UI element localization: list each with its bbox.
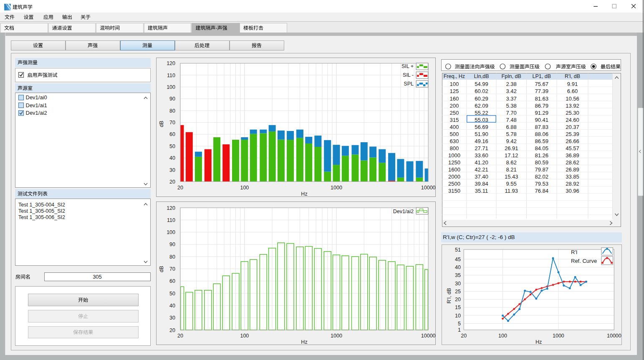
svg-text:100: 100 — [240, 333, 249, 339]
svg-text:28.62: 28.62 — [566, 159, 579, 166]
svg-text:2000: 2000 — [448, 174, 460, 180]
svg-text:LP1, dB: LP1, dB — [533, 73, 551, 79]
svg-text:60.29: 60.29 — [475, 96, 488, 102]
svg-text:70: 70 — [169, 266, 175, 272]
svg-text:88.06: 88.06 — [535, 131, 549, 137]
svg-text:LIn,dB: LIn,dB — [474, 73, 489, 79]
svg-text:25.30: 25.30 — [566, 110, 579, 116]
svg-text:91.29: 91.29 — [535, 110, 549, 116]
svg-text:Dev1/ai2: Dev1/ai2 — [26, 110, 47, 116]
svg-text:Dev1/ai0: Dev1/ai0 — [26, 94, 47, 101]
svg-text:Hz: Hz — [535, 339, 542, 345]
svg-text:75.67: 75.67 — [535, 81, 549, 87]
svg-text:20: 20 — [177, 185, 183, 191]
svg-text:Dev1/ai1: Dev1/ai1 — [26, 102, 47, 108]
svg-text:80.59: 80.59 — [535, 159, 549, 166]
svg-text:35: 35 — [455, 272, 461, 278]
svg-text:62.09: 62.09 — [475, 103, 488, 109]
svg-text:200: 200 — [450, 103, 459, 109]
svg-text:Dev1/ai2: Dev1/ai2 — [393, 209, 414, 214]
svg-text:79.53: 79.53 — [535, 181, 549, 187]
svg-text:51: 51 — [455, 247, 461, 253]
svg-text:11.93: 11.93 — [505, 188, 518, 194]
svg-text:35.11: 35.11 — [475, 188, 488, 194]
svg-text:FpIn, dB: FpIn, dB — [502, 73, 521, 79]
svg-text:20.37: 20.37 — [566, 124, 579, 130]
svg-text:1: 1 — [458, 327, 461, 333]
svg-text:87.83: 87.83 — [535, 124, 549, 130]
svg-text:100: 100 — [167, 229, 175, 235]
svg-text:Test 1_305-005_SI2: Test 1_305-005_SI2 — [18, 208, 65, 214]
svg-text:160: 160 — [450, 96, 459, 102]
svg-text:100: 100 — [167, 84, 175, 90]
svg-text:70: 70 — [169, 120, 175, 126]
svg-text:49.16: 49.16 — [475, 138, 488, 144]
svg-text:13.92: 13.92 — [566, 103, 579, 109]
svg-text:84.05: 84.05 — [535, 145, 549, 151]
svg-text:60: 60 — [169, 131, 175, 137]
svg-text:630: 630 — [450, 138, 459, 144]
svg-text:90: 90 — [169, 242, 175, 247]
svg-text:60: 60 — [169, 278, 175, 284]
svg-text:8.21: 8.21 — [506, 166, 517, 173]
svg-text:41.20: 41.20 — [475, 159, 488, 166]
svg-text:R'I, dB: R'I, dB — [446, 288, 452, 303]
svg-text:15.43: 15.43 — [505, 174, 518, 180]
svg-text:56.69: 56.69 — [475, 124, 488, 130]
svg-text:80: 80 — [169, 108, 175, 114]
svg-text:dB: dB — [159, 121, 164, 127]
svg-text:20: 20 — [455, 297, 461, 302]
svg-text:86.79: 86.79 — [535, 103, 549, 109]
svg-text:Freq., Hz: Freq., Hz — [444, 73, 465, 79]
svg-text:15: 15 — [455, 305, 461, 310]
svg-text:120: 120 — [167, 205, 175, 211]
svg-text:30: 30 — [169, 315, 175, 321]
svg-text:90: 90 — [169, 96, 175, 102]
svg-text:1250: 1250 — [448, 159, 460, 166]
svg-text:2.38: 2.38 — [506, 81, 517, 87]
svg-text:37.40: 37.40 — [475, 174, 488, 180]
svg-text:SIL +: SIL + — [402, 63, 414, 69]
svg-text:100: 100 — [450, 81, 459, 87]
svg-text:82.02: 82.02 — [535, 174, 549, 180]
svg-text:9.55: 9.55 — [506, 181, 517, 187]
svg-text:100: 100 — [498, 333, 507, 339]
svg-text:7.48: 7.48 — [506, 117, 517, 123]
svg-text:dB: dB — [159, 266, 164, 272]
svg-text:24.60: 24.60 — [566, 117, 579, 123]
svg-text:1000: 1000 — [448, 152, 460, 159]
svg-text:81.26: 81.26 — [535, 152, 549, 159]
svg-text:33.85: 33.85 — [566, 174, 579, 180]
svg-text:80: 80 — [169, 254, 175, 260]
svg-text:Ref. Curve: Ref. Curve — [571, 258, 597, 264]
svg-text:90.41: 90.41 — [535, 117, 549, 123]
svg-text:20: 20 — [169, 327, 175, 333]
svg-text:125: 125 — [450, 88, 459, 94]
svg-text:51.90: 51.90 — [475, 131, 488, 137]
svg-text:120: 120 — [167, 60, 175, 66]
svg-text:25: 25 — [455, 289, 461, 295]
svg-text:Hz: Hz — [301, 339, 307, 345]
svg-text:76.84: 76.84 — [535, 188, 549, 194]
svg-text:86.59: 86.59 — [535, 138, 549, 144]
svg-text:R'I, dB: R'I, dB — [565, 73, 580, 79]
svg-text:5.78: 5.78 — [506, 131, 517, 137]
svg-text:42.21: 42.21 — [475, 166, 488, 173]
svg-text:5: 5 — [458, 321, 461, 327]
svg-text:Hz: Hz — [301, 191, 307, 197]
svg-text:60.02: 60.02 — [475, 88, 488, 94]
svg-text:20: 20 — [177, 333, 183, 339]
svg-text:17.12: 17.12 — [505, 152, 518, 159]
svg-text:3.42: 3.42 — [506, 88, 517, 94]
svg-text:54.99: 54.99 — [475, 81, 488, 87]
svg-text:26.66: 26.66 — [566, 138, 579, 144]
svg-text:77.39: 77.39 — [535, 88, 549, 94]
svg-text:25.39: 25.39 — [566, 131, 579, 137]
svg-text:30.96: 30.96 — [566, 188, 579, 194]
svg-text:40: 40 — [169, 155, 175, 161]
svg-text:1000: 1000 — [553, 333, 564, 339]
svg-text:8.62: 8.62 — [506, 159, 517, 166]
svg-text:3.37: 3.37 — [506, 96, 517, 102]
svg-text:500: 500 — [450, 131, 459, 137]
svg-text:36.89: 36.89 — [566, 152, 579, 159]
